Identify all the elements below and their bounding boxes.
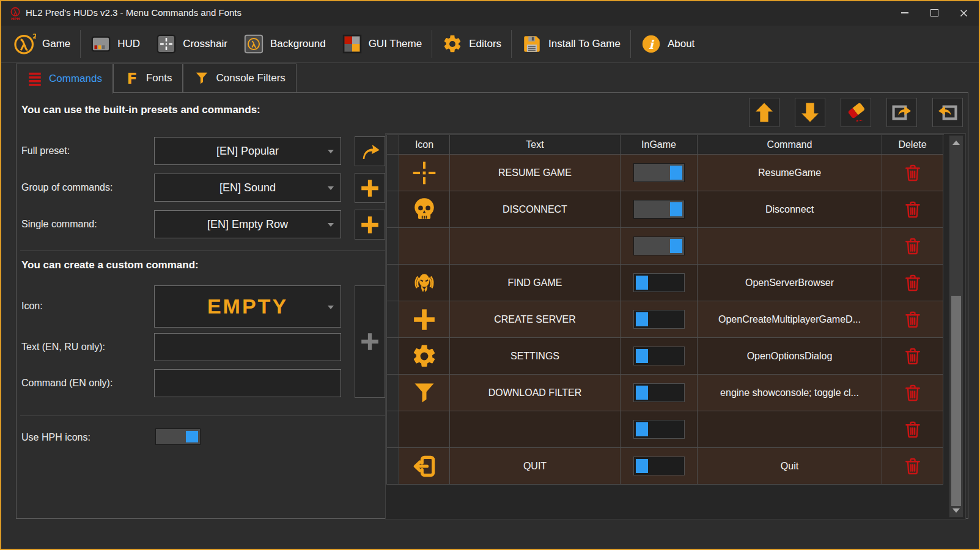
row-header-cell <box>387 448 399 485</box>
toolbar-hud[interactable]: HUD <box>83 30 148 58</box>
table-row[interactable]: CREATE SERVER OpenCreateMultiplayerGameD… <box>387 301 944 338</box>
ingame-toggle[interactable] <box>633 457 685 475</box>
ingame-cell <box>621 265 698 301</box>
delete-cell <box>882 228 943 265</box>
custom-text-input[interactable] <box>154 333 341 361</box>
ingame-toggle[interactable] <box>633 310 685 329</box>
custom-command-input[interactable] <box>154 369 341 397</box>
row-header-cell <box>387 228 399 265</box>
table-row[interactable]: RESUME GAME ResumeGame <box>387 155 944 191</box>
commands-grid: Icon Text InGame Command Delete RESUME G… <box>386 134 944 485</box>
hl2-lambda-icon <box>13 32 36 56</box>
trash-icon[interactable] <box>902 309 923 330</box>
delete-cell <box>882 338 943 375</box>
trash-icon[interactable] <box>902 273 923 293</box>
ingame-toggle[interactable] <box>633 346 685 365</box>
table-row[interactable]: DISCONNECT Disconnect <box>387 191 944 228</box>
ingame-toggle[interactable] <box>633 200 685 219</box>
toolbar-game[interactable]: Game <box>5 30 78 58</box>
single-command-select[interactable]: [EN] Empty Row <box>154 210 341 238</box>
tab-console-filters-label: Console Filters <box>216 72 285 84</box>
import-button[interactable] <box>932 98 963 127</box>
trash-icon[interactable] <box>902 346 923 367</box>
table-row[interactable] <box>387 411 944 448</box>
icon-cell <box>399 155 450 191</box>
text-cell: RESUME GAME <box>450 155 621 191</box>
app-window: HL2 Pred's HUDs v2.3 - Menu Commands and… <box>0 0 980 550</box>
row-header-cell <box>387 375 399 411</box>
toolbar-background[interactable]: Background <box>235 30 334 58</box>
trash-icon[interactable] <box>902 456 923 477</box>
ingame-toggle[interactable] <box>633 420 685 439</box>
ingame-toggle[interactable] <box>633 273 685 292</box>
trash-icon[interactable] <box>902 199 923 220</box>
text-cell <box>450 411 621 448</box>
move-down-button[interactable] <box>795 98 825 127</box>
table-row[interactable]: FIND GAME OpenServerBrowser <box>387 265 944 301</box>
ingame-toggle[interactable] <box>633 163 685 182</box>
apply-preset-button[interactable] <box>355 136 385 166</box>
triangle-down-icon <box>952 508 960 513</box>
tab-fonts[interactable]: Fonts <box>113 64 183 92</box>
hph-icons-toggle[interactable] <box>155 428 201 445</box>
toolbar-about[interactable]: About <box>633 30 702 58</box>
table-row[interactable]: SETTINGS OpenOptionsDialog <box>387 338 944 375</box>
export-button[interactable] <box>886 98 917 127</box>
row-header-stub <box>387 135 399 155</box>
maximize-button[interactable] <box>925 5 943 21</box>
maximize-icon <box>930 9 938 16</box>
table-row[interactable]: QUIT Quit <box>387 448 944 485</box>
tab-console-filters[interactable]: Console Filters <box>183 64 296 92</box>
table-scrollbar[interactable] <box>949 135 963 518</box>
table-row[interactable]: DOWNLOAD FILTER engine showconsole; togg… <box>387 375 944 411</box>
scrollbar-down-button[interactable] <box>949 505 963 516</box>
full-preset-select[interactable]: [EN] Popular <box>154 137 341 165</box>
funnel-icon <box>194 70 210 86</box>
hud-icon <box>90 34 111 54</box>
ingame-toggle[interactable] <box>633 237 685 255</box>
toggle-thumb <box>636 386 648 400</box>
info-icon <box>641 34 661 54</box>
divider <box>20 251 387 251</box>
gear-icon <box>411 343 438 370</box>
trash-icon[interactable] <box>902 236 923 257</box>
gear-icon <box>442 34 463 54</box>
toggle-thumb <box>636 459 648 473</box>
add-custom-command-button[interactable] <box>355 285 385 398</box>
scrollbar-thumb[interactable] <box>951 296 961 506</box>
add-group-button[interactable] <box>355 173 385 203</box>
arrow-down-icon <box>798 101 822 124</box>
trash-icon[interactable] <box>902 383 923 403</box>
tab-commands[interactable]: Commands <box>16 64 113 94</box>
toolbar-editors[interactable]: Editors <box>434 30 509 58</box>
ingame-toggle[interactable] <box>633 383 685 402</box>
custom-icon-select[interactable]: EMPTY <box>154 285 341 328</box>
apply-arrow-icon <box>359 141 381 163</box>
minimize-icon <box>901 12 908 13</box>
scrollbar-up-button[interactable] <box>949 137 963 148</box>
toolbar-install[interactable]: Install To Game <box>514 30 628 58</box>
ingame-cell <box>621 301 698 338</box>
toolbar-separator <box>80 30 81 58</box>
col-header-icon: Icon <box>399 135 450 155</box>
toggle-thumb <box>670 166 682 180</box>
minimize-button[interactable] <box>896 5 914 21</box>
trash-icon[interactable] <box>902 163 923 183</box>
erase-button[interactable] <box>841 98 871 127</box>
toolbar-crosshair[interactable]: Crosshair <box>148 30 235 58</box>
move-up-button[interactable] <box>749 98 779 127</box>
toolbar-background-label: Background <box>270 38 326 50</box>
text-cell: SETTINGS <box>450 338 621 375</box>
close-button[interactable] <box>954 5 973 21</box>
table-row[interactable] <box>387 228 944 265</box>
chevron-down-icon <box>328 150 334 153</box>
group-commands-select[interactable]: [EN] Sound <box>154 174 341 202</box>
tab-commands-label: Commands <box>49 73 102 85</box>
hph-icons-label: Use HPH icons: <box>21 432 90 443</box>
triangle-up-icon <box>952 141 960 145</box>
add-single-command-button[interactable] <box>355 210 385 240</box>
close-icon <box>960 9 968 17</box>
toolbar-gui-theme[interactable]: GUI Theme <box>334 30 430 58</box>
ingame-cell <box>621 411 698 448</box>
trash-icon[interactable] <box>902 419 923 440</box>
